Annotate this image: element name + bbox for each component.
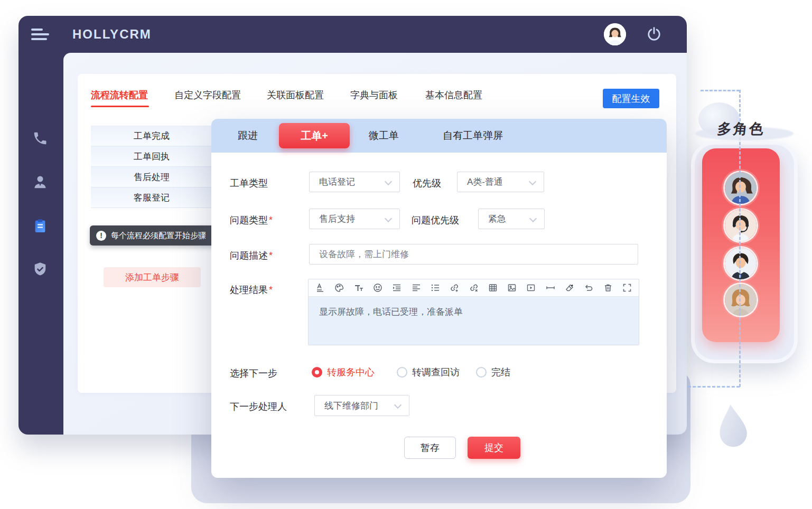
screenshot-stage: HOLLYCRM (0, 0, 812, 509)
link-remove-icon[interactable] (469, 283, 479, 293)
tab-basic-info[interactable]: 基本信息配置 (425, 89, 482, 101)
issue-priority-select[interactable]: 紧急 (478, 209, 545, 229)
submit-button[interactable]: 提交 (468, 437, 520, 459)
menu-icon[interactable] (31, 29, 50, 41)
role-avatar-male-agent (725, 248, 757, 279)
palette-icon[interactable] (334, 283, 344, 293)
apply-config-button[interactable]: 配置生效 (603, 89, 659, 108)
next-handler-select[interactable]: 线下维修部门 (314, 395, 409, 416)
user-avatar[interactable] (604, 23, 626, 45)
eraser-icon[interactable] (565, 283, 574, 293)
radio-dot-selected (312, 367, 322, 378)
modal-tab-follow-up[interactable]: 跟进 (238, 119, 258, 153)
role-avatar-female-agent (725, 172, 757, 204)
radio-transfer-service-center[interactable]: 转服务中心 (312, 366, 375, 379)
image-icon[interactable] (507, 283, 517, 293)
shield-check-icon[interactable] (32, 261, 48, 277)
issue-type-label: 问题类型* (230, 214, 273, 227)
radio-dot (476, 367, 487, 378)
undo-icon[interactable] (584, 283, 593, 293)
emoji-icon[interactable] (373, 283, 382, 293)
next-handler-label: 下一步处理人 (230, 400, 287, 413)
trash-icon[interactable] (603, 283, 613, 293)
priority-select[interactable]: A类-普通 (457, 172, 544, 192)
tab-flow-config[interactable]: 流程流转配置 (91, 89, 148, 101)
workflow-step-row[interactable]: 客服登记 (91, 187, 212, 208)
dashed-connector-top (701, 90, 740, 91)
multi-role-label: 多角色 (716, 119, 766, 138)
modal-tab-micro-ticket[interactable]: 微工单 (369, 119, 399, 153)
role-avatar-support-agent-headset (725, 210, 757, 241)
tab-dictionary[interactable]: 字典与面板 (350, 89, 398, 101)
logout-power-icon[interactable] (646, 26, 662, 42)
workflow-step-row[interactable]: 工单回执 (91, 146, 212, 167)
result-label: 处理结果* (230, 284, 273, 296)
list-ul-icon[interactable] (431, 283, 440, 293)
radio-dot (397, 367, 407, 378)
editor-toolbar (309, 279, 639, 297)
save-draft-button[interactable]: 暂存 (404, 437, 456, 459)
flow-warning-tooltip: ! 每个流程必须配置开始步骤 (90, 225, 223, 246)
ticket-type-label: 工单类型 (230, 177, 268, 190)
contacts-icon[interactable] (32, 174, 48, 190)
rich-text-editor: 显示屏故障，电话已受理，准备派单 (308, 279, 639, 345)
fullscreen-icon[interactable] (622, 283, 632, 293)
role-avatar-female-agent-short-hair (725, 284, 757, 316)
ticket-modal: 跟进 工单+ 微工单 自有工单弹屏 工单类型 电话登记 优先级 A类-普通 问题… (211, 119, 667, 478)
issue-type-select[interactable]: 售后支持 (309, 209, 400, 229)
editor-content[interactable]: 显示屏故障，电话已受理，准备派单 (309, 297, 639, 345)
radio-transfer-survey-callback[interactable]: 转调查回访 (397, 366, 460, 379)
app-logo-title: HOLLYCRM (72, 27, 152, 42)
workflow-step-row[interactable]: 售后处理 (91, 167, 212, 187)
dashed-connector-bottom (688, 386, 740, 388)
radio-complete[interactable]: 完结 (476, 366, 510, 379)
add-step-button[interactable]: 添加工单步骤 (104, 267, 201, 287)
indent-icon[interactable] (392, 283, 402, 293)
font-underline-icon[interactable] (315, 283, 325, 293)
horizontal-rule-icon[interactable] (546, 283, 555, 293)
user-avatar-image (604, 23, 626, 45)
tab-linked-panel[interactable]: 关联面板配置 (267, 89, 324, 101)
droplet-decoration (717, 404, 748, 452)
issue-description-input[interactable]: 设备故障，需上门维修 (309, 244, 638, 265)
modal-tab-bar: 跟进 工单+ 微工单 自有工单弹屏 (211, 119, 667, 153)
table-icon[interactable] (488, 283, 498, 293)
tab-custom-fields[interactable]: 自定义字段配置 (174, 89, 241, 101)
modal-tab-ticket-active[interactable]: 工单+ (279, 123, 350, 148)
active-tab-underline (91, 106, 149, 107)
align-left-icon[interactable] (412, 283, 421, 293)
ticket-type-select[interactable]: 电话登记 (309, 172, 400, 192)
modal-tab-own-ticket-popup[interactable]: 自有工单弹屏 (443, 119, 503, 153)
exclamation-icon: ! (96, 231, 106, 241)
issue-priority-label: 问题优先级 (412, 214, 459, 227)
priority-label: 优先级 (413, 177, 441, 190)
phone-icon[interactable] (32, 130, 48, 146)
video-icon[interactable] (526, 283, 536, 293)
issue-description-label: 问题描述* (230, 249, 273, 262)
link-add-icon[interactable] (450, 283, 459, 293)
workflow-step-row[interactable]: 工单完成 (91, 126, 212, 146)
workorder-clipboard-icon[interactable] (32, 218, 48, 234)
font-size-icon[interactable] (354, 283, 363, 293)
next-step-label: 选择下一步 (230, 367, 277, 380)
app-header: HOLLYCRM (18, 16, 687, 53)
tooltip-text: 每个流程必须配置开始步骤 (111, 231, 206, 241)
